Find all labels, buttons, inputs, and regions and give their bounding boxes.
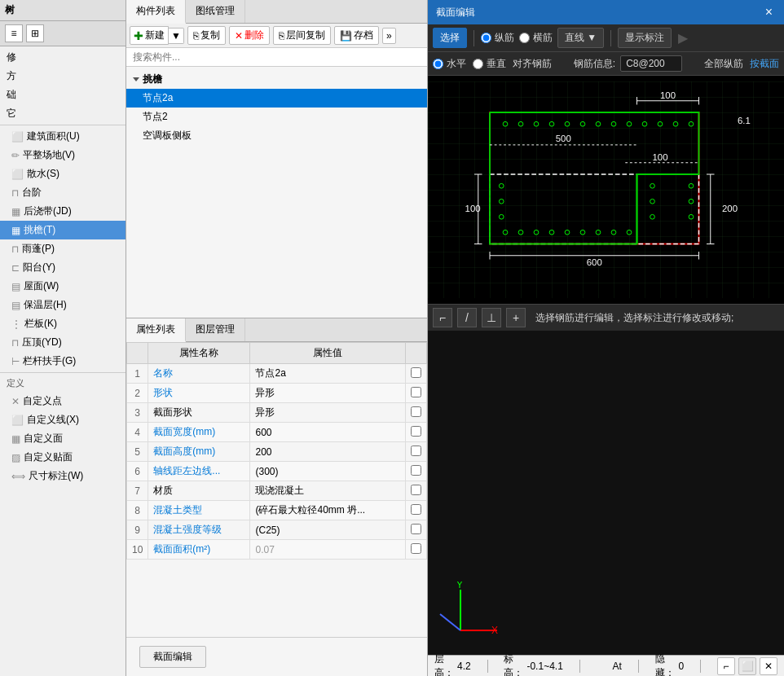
tree-folder-overhang[interactable]: 挑檐 <box>126 70 427 89</box>
sidebar-grid-btn[interactable]: ⊞ <box>26 24 44 42</box>
row-1-name[interactable]: 名称 <box>148 364 250 384</box>
sidebar-toggle-btn[interactable]: ≡ <box>5 24 23 42</box>
straight-btn[interactable]: 直线 ▼ <box>557 28 604 48</box>
sidebar-item-xiu[interactable]: 修 <box>0 48 126 67</box>
rebar-select[interactable]: C8@200 <box>620 55 682 72</box>
row-5-name[interactable]: 截面高度(mm) <box>148 442 250 462</box>
bottom-btn-3[interactable]: ⊥ <box>482 308 501 327</box>
sidebar-item-balcony[interactable]: ⊏ 阳台(Y) <box>0 258 126 277</box>
bottom-btn-2[interactable]: / <box>457 308 477 327</box>
sidebar-item-scatter-water[interactable]: ⬜ 散水(S) <box>0 165 126 183</box>
sidebar-item-custom-face[interactable]: ▦ 自定义面 <box>0 429 126 448</box>
cross-section-btn-area: 截面编辑 <box>126 637 427 676</box>
bottom-btn-4[interactable]: + <box>506 308 526 327</box>
sidebar-item-ta[interactable]: 它 <box>0 104 126 123</box>
row-2-name[interactable]: 形状 <box>148 384 250 403</box>
table-row: 2 形状 异形 <box>127 384 427 403</box>
divider1 <box>0 125 126 125</box>
press-section-btn[interactable]: 按截面 <box>750 57 779 71</box>
row-8-check[interactable] <box>406 501 427 520</box>
display-btn[interactable]: 显示标注 <box>618 28 672 48</box>
sidebar-item-roof[interactable]: ▤ 屋面(W) <box>0 277 126 296</box>
row-5-checkbox[interactable] <box>411 446 421 456</box>
row-4-name[interactable]: 截面宽度(mm) <box>148 423 250 442</box>
vertical-radio[interactable] <box>473 59 483 69</box>
transverse-radio-label[interactable]: 横筋 <box>519 31 553 45</box>
sidebar-item-post-tension[interactable]: ▦ 后浇带(JD) <box>0 202 126 221</box>
horizontal-radio[interactable] <box>433 59 443 69</box>
sidebar-item-fang[interactable]: 方 <box>0 67 126 86</box>
sidebar-item-overhang[interactable]: ▦ 挑檐(T) <box>0 221 126 239</box>
sidebar-item-dimension[interactable]: ⟺ 尺寸标注(W) <box>0 467 126 485</box>
status-icon-btn-3[interactable]: ✕ <box>760 657 777 675</box>
row-3-value: 异形 <box>250 403 406 423</box>
sidebar-item-top-cap[interactable]: ⊓ 压顶(YD) <box>0 333 126 352</box>
tab-properties-list[interactable]: 属性列表 <box>126 318 186 342</box>
row-3-checkbox[interactable] <box>411 406 421 417</box>
row-9-check[interactable] <box>406 520 427 540</box>
row-8-checkbox[interactable] <box>411 504 421 515</box>
tab-layer-management[interactable]: 图层管理 <box>186 318 245 341</box>
row-6-check[interactable] <box>406 462 427 481</box>
save-button[interactable]: 💾 存档 <box>334 26 379 45</box>
row-2-checkbox[interactable] <box>411 387 421 397</box>
dim-200-right: 200 <box>722 204 738 213</box>
table-row: 1 名称 节点2a <box>127 364 427 384</box>
longitudinal-radio-label[interactable]: 纵筋 <box>481 31 514 45</box>
row-10-check[interactable] <box>406 540 427 560</box>
sidebar-item-handrail[interactable]: ⊢ 栏杆扶手(G) <box>0 352 126 371</box>
left-sidebar: 树 ≡ ⊞ 修 方 础 它 ⬜ <box>0 0 126 676</box>
tab-component-list[interactable]: 构件列表 <box>126 0 186 24</box>
cross-section-edit-btn[interactable]: 截面编辑 <box>139 646 206 668</box>
sidebar-item-custom-line[interactable]: ⬜ 自定义线(X) <box>0 410 126 429</box>
copy-button[interactable]: ⎘ 复制 <box>187 26 226 45</box>
tree-item-node2[interactable]: 节点2 <box>126 108 427 126</box>
row-9-name[interactable]: 混凝土强度等级 <box>148 520 250 540</box>
sidebar-item-chu[interactable]: 础 <box>0 86 126 104</box>
row-6-checkbox[interactable] <box>411 465 421 476</box>
row-3-check[interactable] <box>406 403 427 423</box>
sidebar-item-building-area[interactable]: ⬜ 建筑面积(U) <box>0 127 126 146</box>
sidebar-item-steps[interactable]: ⊓ 台阶 <box>0 183 126 202</box>
row-9-checkbox[interactable] <box>411 524 421 534</box>
properties-tabs: 属性列表 图层管理 <box>126 318 427 342</box>
tree-item-node2a[interactable]: 节点2a <box>126 89 427 108</box>
dialog-close-btn[interactable]: × <box>762 5 776 20</box>
sidebar-item-custom-point[interactable]: ✕ 自定义点 <box>0 392 126 410</box>
search-input[interactable] <box>126 48 427 67</box>
tree-item-ac-panel[interactable]: 空调板侧板 <box>126 126 427 145</box>
row-5-check[interactable] <box>406 442 427 462</box>
vertical-radio-label[interactable]: 垂直 <box>473 57 506 71</box>
status-icon-btn-2[interactable]: ⬜ <box>738 657 756 675</box>
row-6-num: 6 <box>127 462 148 481</box>
row-10-checkbox[interactable] <box>411 543 421 554</box>
sidebar-item-level-ground[interactable]: ✏ 平整场地(V) <box>0 146 126 165</box>
select-btn[interactable]: 选择 <box>433 28 467 48</box>
row-4-check[interactable] <box>406 423 427 442</box>
sidebar-item-insulation[interactable]: ▤ 保温层(H) <box>0 296 126 314</box>
row-6-name[interactable]: 轴线距左边线... <box>148 462 250 481</box>
sidebar-item-custom-surface[interactable]: ▨ 自定义贴面 <box>0 448 126 467</box>
status-icon-btn-1[interactable]: ⌐ <box>717 657 735 675</box>
row-2-check[interactable] <box>406 384 427 403</box>
tab-drawing-management[interactable]: 图纸管理 <box>186 0 245 23</box>
transverse-radio[interactable] <box>519 33 530 43</box>
new-main-btn[interactable]: ✚ 新建 <box>130 26 169 45</box>
row-10-name[interactable]: 截面面积(m²) <box>148 540 250 560</box>
sidebar-item-canopy[interactable]: ⊓ 雨蓬(P) <box>0 239 126 258</box>
component-tabs: 构件列表 图纸管理 <box>126 0 427 24</box>
delete-button[interactable]: ✕ 删除 <box>229 26 270 45</box>
row-7-checkbox[interactable] <box>411 485 421 495</box>
longitudinal-radio[interactable] <box>481 33 491 43</box>
row-4-checkbox[interactable] <box>411 426 421 437</box>
bottom-btn-1[interactable]: ⌐ <box>433 308 452 327</box>
sidebar-item-railing-board[interactable]: ⋮ 栏板(K) <box>0 314 126 333</box>
horizontal-radio-label[interactable]: 水平 <box>433 57 466 71</box>
row-1-check[interactable] <box>406 364 427 384</box>
row-8-name[interactable]: 混凝土类型 <box>148 501 250 520</box>
new-arrow-btn[interactable]: ▼ <box>169 28 184 44</box>
row-1-checkbox[interactable] <box>411 367 421 378</box>
floor-copy-button[interactable]: ⎘ 层间复制 <box>273 26 331 45</box>
row-7-check[interactable] <box>406 481 427 501</box>
toolbar-more-btn[interactable]: » <box>382 28 396 44</box>
